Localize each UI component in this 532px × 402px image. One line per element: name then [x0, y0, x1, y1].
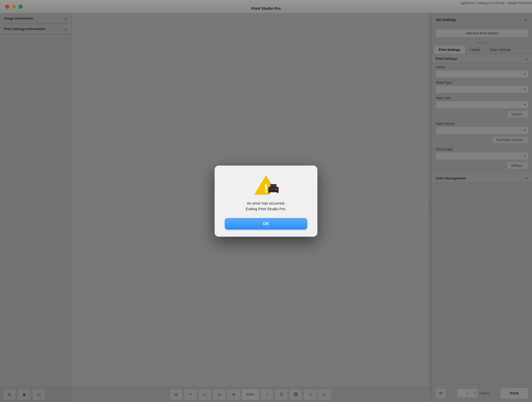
warning-icon: ! — [254, 175, 278, 195]
ok-button[interactable]: OK — [225, 218, 307, 229]
svg-point-5 — [276, 188, 278, 190]
modal-overlay: ! — [0, 0, 532, 402]
svg-rect-4 — [270, 192, 277, 195]
printer-svg — [267, 184, 280, 195]
svg-rect-6 — [270, 189, 276, 189]
dialog-icon-area: ! — [254, 175, 278, 195]
error-message: An error has occurred. Exiting Print Stu… — [246, 200, 286, 212]
error-line1: An error has occurred. — [247, 201, 285, 205]
printer-overlay-icon — [267, 184, 280, 196]
error-line2: Exiting Print Studio Pro. — [246, 207, 286, 211]
error-dialog: ! — [215, 166, 317, 237]
